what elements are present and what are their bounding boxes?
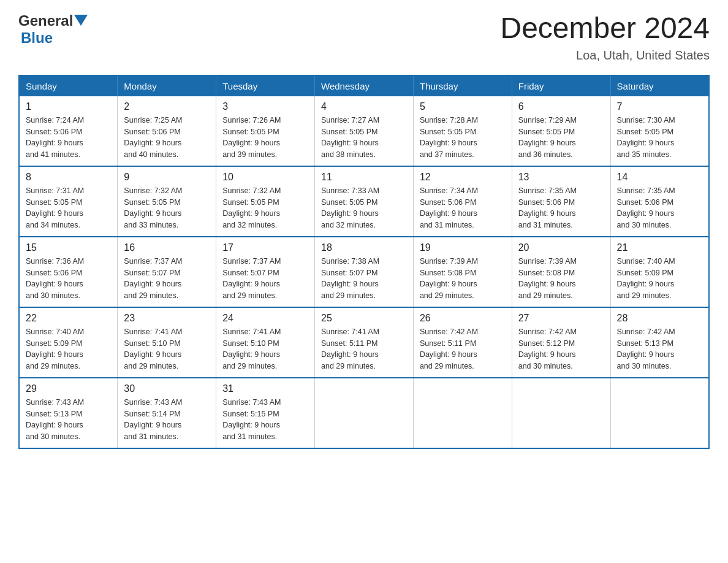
calendar-cell: 24 Sunrise: 7:41 AM Sunset: 5:10 PM Dayl… bbox=[216, 307, 315, 378]
day-number: 21 bbox=[617, 242, 702, 253]
day-number: 11 bbox=[321, 172, 407, 183]
day-number: 1 bbox=[26, 101, 111, 112]
day-info: Sunrise: 7:40 AM Sunset: 5:09 PM Dayligh… bbox=[26, 326, 111, 372]
week-row-3: 15 Sunrise: 7:36 AM Sunset: 5:06 PM Dayl… bbox=[19, 237, 709, 307]
day-number: 31 bbox=[222, 383, 308, 394]
day-info: Sunrise: 7:41 AM Sunset: 5:10 PM Dayligh… bbox=[124, 326, 210, 372]
weekday-header-friday: Friday bbox=[512, 75, 610, 96]
calendar-cell: 15 Sunrise: 7:36 AM Sunset: 5:06 PM Dayl… bbox=[19, 237, 118, 307]
day-info: Sunrise: 7:42 AM Sunset: 5:12 PM Dayligh… bbox=[518, 326, 604, 372]
calendar-cell bbox=[413, 378, 512, 448]
calendar-cell: 5 Sunrise: 7:28 AM Sunset: 5:05 PM Dayli… bbox=[413, 96, 512, 166]
calendar-cell: 31 Sunrise: 7:43 AM Sunset: 5:15 PM Dayl… bbox=[216, 378, 315, 448]
day-number: 22 bbox=[26, 313, 111, 324]
calendar-cell: 23 Sunrise: 7:41 AM Sunset: 5:10 PM Dayl… bbox=[118, 307, 216, 378]
calendar-cell: 28 Sunrise: 7:42 AM Sunset: 5:13 PM Dayl… bbox=[610, 307, 709, 378]
calendar-cell: 16 Sunrise: 7:37 AM Sunset: 5:07 PM Dayl… bbox=[118, 237, 216, 307]
logo-blue-text: Blue bbox=[21, 29, 53, 46]
calendar-cell: 6 Sunrise: 7:29 AM Sunset: 5:05 PM Dayli… bbox=[512, 96, 610, 166]
day-info: Sunrise: 7:25 AM Sunset: 5:06 PM Dayligh… bbox=[124, 115, 210, 161]
day-number: 30 bbox=[124, 383, 210, 394]
day-number: 23 bbox=[124, 313, 210, 324]
day-number: 19 bbox=[420, 242, 506, 253]
day-number: 27 bbox=[518, 313, 604, 324]
calendar-cell: 29 Sunrise: 7:43 AM Sunset: 5:13 PM Dayl… bbox=[19, 378, 118, 448]
calendar-cell: 17 Sunrise: 7:37 AM Sunset: 5:07 PM Dayl… bbox=[216, 237, 315, 307]
day-info: Sunrise: 7:30 AM Sunset: 5:05 PM Dayligh… bbox=[617, 115, 702, 161]
day-info: Sunrise: 7:39 AM Sunset: 5:08 PM Dayligh… bbox=[518, 256, 604, 302]
day-info: Sunrise: 7:43 AM Sunset: 5:14 PM Dayligh… bbox=[124, 397, 210, 443]
day-info: Sunrise: 7:43 AM Sunset: 5:15 PM Dayligh… bbox=[222, 397, 308, 443]
logo-arrow-icon bbox=[74, 15, 88, 28]
calendar-cell: 9 Sunrise: 7:32 AM Sunset: 5:05 PM Dayli… bbox=[118, 166, 216, 237]
day-number: 3 bbox=[222, 101, 308, 112]
day-info: Sunrise: 7:42 AM Sunset: 5:11 PM Dayligh… bbox=[420, 326, 506, 372]
calendar-cell: 22 Sunrise: 7:40 AM Sunset: 5:09 PM Dayl… bbox=[19, 307, 118, 378]
day-number: 29 bbox=[26, 383, 111, 394]
day-number: 18 bbox=[321, 242, 407, 253]
weekday-header-thursday: Thursday bbox=[413, 75, 512, 96]
calendar-cell: 11 Sunrise: 7:33 AM Sunset: 5:05 PM Dayl… bbox=[315, 166, 414, 237]
calendar-cell: 20 Sunrise: 7:39 AM Sunset: 5:08 PM Dayl… bbox=[512, 237, 610, 307]
weekday-header-saturday: Saturday bbox=[610, 75, 709, 96]
day-info: Sunrise: 7:39 AM Sunset: 5:08 PM Dayligh… bbox=[420, 256, 506, 302]
day-info: Sunrise: 7:37 AM Sunset: 5:07 PM Dayligh… bbox=[222, 256, 308, 302]
title-area: December 2024 Loa, Utah, United States bbox=[500, 12, 710, 63]
day-number: 25 bbox=[321, 313, 407, 324]
calendar-title: December 2024 bbox=[500, 12, 710, 45]
calendar-cell: 21 Sunrise: 7:40 AM Sunset: 5:09 PM Dayl… bbox=[610, 237, 709, 307]
svg-marker-0 bbox=[74, 15, 88, 26]
calendar-cell: 18 Sunrise: 7:38 AM Sunset: 5:07 PM Dayl… bbox=[315, 237, 414, 307]
day-number: 6 bbox=[518, 101, 604, 112]
day-info: Sunrise: 7:31 AM Sunset: 5:05 PM Dayligh… bbox=[26, 185, 111, 231]
week-row-5: 29 Sunrise: 7:43 AM Sunset: 5:13 PM Dayl… bbox=[19, 378, 709, 448]
day-info: Sunrise: 7:24 AM Sunset: 5:06 PM Dayligh… bbox=[26, 115, 111, 161]
day-number: 15 bbox=[26, 242, 111, 253]
day-info: Sunrise: 7:32 AM Sunset: 5:05 PM Dayligh… bbox=[124, 185, 210, 231]
calendar-cell: 27 Sunrise: 7:42 AM Sunset: 5:12 PM Dayl… bbox=[512, 307, 610, 378]
day-info: Sunrise: 7:35 AM Sunset: 5:06 PM Dayligh… bbox=[617, 185, 702, 231]
week-row-4: 22 Sunrise: 7:40 AM Sunset: 5:09 PM Dayl… bbox=[19, 307, 709, 378]
day-number: 12 bbox=[420, 172, 506, 183]
calendar-cell: 7 Sunrise: 7:30 AM Sunset: 5:05 PM Dayli… bbox=[610, 96, 709, 166]
calendar-cell: 25 Sunrise: 7:41 AM Sunset: 5:11 PM Dayl… bbox=[315, 307, 414, 378]
calendar-cell: 30 Sunrise: 7:43 AM Sunset: 5:14 PM Dayl… bbox=[118, 378, 216, 448]
calendar-cell: 3 Sunrise: 7:26 AM Sunset: 5:05 PM Dayli… bbox=[216, 96, 315, 166]
day-number: 4 bbox=[321, 101, 407, 112]
day-number: 13 bbox=[518, 172, 604, 183]
weekday-header-wednesday: Wednesday bbox=[315, 75, 414, 96]
logo: General Blue bbox=[18, 12, 88, 47]
day-info: Sunrise: 7:37 AM Sunset: 5:07 PM Dayligh… bbox=[124, 256, 210, 302]
day-number: 20 bbox=[518, 242, 604, 253]
calendar-subtitle: Loa, Utah, United States bbox=[500, 48, 710, 63]
day-info: Sunrise: 7:38 AM Sunset: 5:07 PM Dayligh… bbox=[321, 256, 407, 302]
logo-general-text: General bbox=[18, 12, 73, 29]
calendar-cell: 10 Sunrise: 7:32 AM Sunset: 5:05 PM Dayl… bbox=[216, 166, 315, 237]
day-number: 17 bbox=[222, 242, 308, 253]
day-info: Sunrise: 7:42 AM Sunset: 5:13 PM Dayligh… bbox=[617, 326, 702, 372]
day-info: Sunrise: 7:34 AM Sunset: 5:06 PM Dayligh… bbox=[420, 185, 506, 231]
day-info: Sunrise: 7:35 AM Sunset: 5:06 PM Dayligh… bbox=[518, 185, 604, 231]
calendar-cell: 2 Sunrise: 7:25 AM Sunset: 5:06 PM Dayli… bbox=[118, 96, 216, 166]
week-row-1: 1 Sunrise: 7:24 AM Sunset: 5:06 PM Dayli… bbox=[19, 96, 709, 166]
calendar-cell: 4 Sunrise: 7:27 AM Sunset: 5:05 PM Dayli… bbox=[315, 96, 414, 166]
weekday-header-sunday: Sunday bbox=[19, 75, 118, 96]
week-row-2: 8 Sunrise: 7:31 AM Sunset: 5:05 PM Dayli… bbox=[19, 166, 709, 237]
day-number: 8 bbox=[26, 172, 111, 183]
calendar-cell bbox=[315, 378, 414, 448]
day-info: Sunrise: 7:36 AM Sunset: 5:06 PM Dayligh… bbox=[26, 256, 111, 302]
calendar-cell bbox=[610, 378, 709, 448]
day-number: 14 bbox=[617, 172, 702, 183]
calendar-cell: 13 Sunrise: 7:35 AM Sunset: 5:06 PM Dayl… bbox=[512, 166, 610, 237]
day-info: Sunrise: 7:43 AM Sunset: 5:13 PM Dayligh… bbox=[26, 397, 111, 443]
calendar-cell: 8 Sunrise: 7:31 AM Sunset: 5:05 PM Dayli… bbox=[19, 166, 118, 237]
day-info: Sunrise: 7:26 AM Sunset: 5:05 PM Dayligh… bbox=[222, 115, 308, 161]
calendar-cell: 12 Sunrise: 7:34 AM Sunset: 5:06 PM Dayl… bbox=[413, 166, 512, 237]
weekday-header-row: SundayMondayTuesdayWednesdayThursdayFrid… bbox=[19, 75, 709, 96]
day-number: 16 bbox=[124, 242, 210, 253]
day-info: Sunrise: 7:27 AM Sunset: 5:05 PM Dayligh… bbox=[321, 115, 407, 161]
calendar-cell: 26 Sunrise: 7:42 AM Sunset: 5:11 PM Dayl… bbox=[413, 307, 512, 378]
day-info: Sunrise: 7:33 AM Sunset: 5:05 PM Dayligh… bbox=[321, 185, 407, 231]
day-info: Sunrise: 7:32 AM Sunset: 5:05 PM Dayligh… bbox=[222, 185, 308, 231]
weekday-header-tuesday: Tuesday bbox=[216, 75, 315, 96]
